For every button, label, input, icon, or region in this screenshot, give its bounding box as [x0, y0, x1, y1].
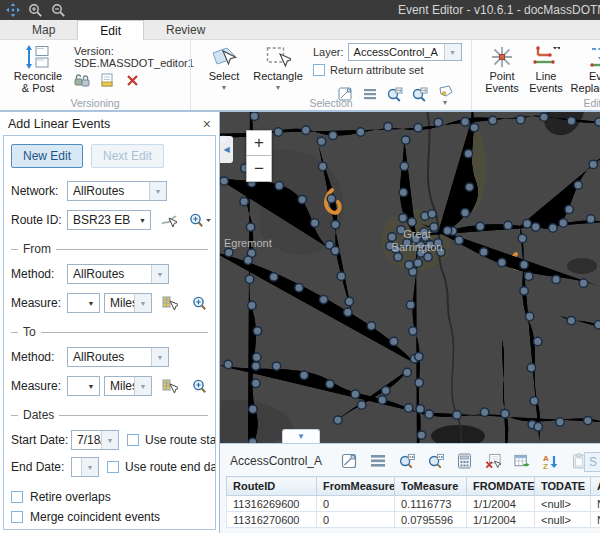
route-event-marker[interactable] — [567, 316, 575, 324]
route-event-marker[interactable] — [248, 301, 256, 309]
route-event-marker[interactable] — [245, 275, 253, 283]
route-event-marker[interactable] — [549, 224, 557, 232]
route-event-marker[interactable] — [382, 386, 390, 394]
sort-icon[interactable]: AZ — [543, 453, 559, 469]
table-cell[interactable]: 1/1/2004 — [467, 512, 535, 528]
return-attribute-set-checkbox[interactable] — [313, 64, 325, 76]
use-route-start-date-checkbox[interactable] — [127, 434, 139, 446]
line-events-button[interactable]: Line Events — [524, 43, 568, 96]
route-event-marker[interactable] — [516, 116, 524, 124]
zoom-out-icon[interactable] — [51, 3, 66, 18]
route-event-marker[interactable] — [534, 337, 542, 345]
start-date-combobox[interactable]: 7/18/ ▼ — [71, 430, 119, 450]
route-event-marker[interactable] — [384, 123, 392, 131]
route-event-marker[interactable] — [532, 223, 540, 231]
route-event-marker[interactable] — [425, 410, 433, 418]
table-row[interactable]: 1131627060000.07955961/1/2004<null>N — [227, 512, 600, 528]
route-event-marker[interactable] — [390, 337, 398, 345]
rectangle-tool-button[interactable]: Rectangle ▼ — [249, 43, 307, 92]
zoom-to-feature-icon[interactable] — [428, 453, 444, 469]
route-event-marker[interactable] — [298, 195, 306, 203]
route-event-marker[interactable] — [559, 219, 567, 227]
panel-close-icon[interactable]: × — [203, 117, 211, 131]
route-event-marker[interactable] — [253, 353, 261, 361]
column-header-AC[interactable]: AC — [591, 477, 600, 496]
route-event-marker[interactable] — [526, 312, 534, 320]
route-event-marker[interactable] — [404, 404, 412, 412]
table-cell[interactable]: 0 — [317, 496, 395, 512]
route-event-marker[interactable] — [489, 116, 497, 124]
to-units-combobox[interactable]: Miles ▼ — [104, 376, 152, 396]
table-cell[interactable]: <null> — [535, 496, 591, 512]
route-event-marker[interactable] — [319, 295, 327, 303]
route-event-marker[interactable] — [405, 261, 413, 269]
table-cell[interactable]: <null> — [535, 512, 591, 528]
route-event-marker[interactable] — [470, 123, 478, 131]
to-zoom-icon[interactable] — [192, 378, 208, 394]
table-cell[interactable]: 11316270600 — [227, 512, 317, 528]
route-event-marker[interactable] — [587, 215, 595, 223]
use-route-end-date-checkbox[interactable] — [107, 461, 119, 473]
clear-selection-icon[interactable] — [485, 453, 501, 469]
route-event-marker[interactable] — [414, 124, 422, 132]
route-event-marker[interactable] — [556, 418, 564, 426]
route-event-marker[interactable] — [399, 214, 407, 222]
route-event-marker[interactable] — [461, 118, 469, 126]
route-event-marker[interactable] — [403, 368, 411, 376]
rectangle-dropdown-caret[interactable]: ▼ — [275, 84, 282, 91]
route-event-marker[interactable] — [337, 272, 345, 280]
route-event-marker[interactable] — [464, 150, 472, 158]
to-measure-pick-icon[interactable] — [162, 378, 178, 394]
route-event-marker[interactable] — [567, 117, 575, 125]
route-event-marker[interactable] — [552, 275, 560, 283]
route-event-marker[interactable] — [253, 327, 261, 335]
route-event-marker[interactable] — [246, 223, 254, 231]
tab-map[interactable]: Map — [10, 20, 77, 39]
route-event-marker[interactable] — [327, 195, 335, 203]
new-edit-button[interactable]: New Edit — [11, 144, 83, 168]
route-event-marker[interactable] — [417, 431, 425, 439]
route-id-combobox[interactable]: BSR23 EB ▼ — [67, 210, 151, 230]
route-event-marker[interactable] — [595, 118, 600, 126]
route-event-marker[interactable] — [480, 408, 488, 416]
lock-icon[interactable] — [74, 72, 90, 88]
select-route-on-map-icon[interactable] — [161, 212, 177, 228]
route-event-marker[interactable] — [416, 405, 424, 413]
route-event-marker[interactable] — [584, 416, 592, 424]
route-event-marker[interactable] — [424, 253, 432, 261]
route-event-marker[interactable] — [401, 136, 409, 144]
table-cell[interactable]: 0.1116773 — [395, 496, 467, 512]
table-cell[interactable]: 1/1/2004 — [467, 496, 535, 512]
merge-coincident-events-checkbox[interactable] — [11, 511, 23, 523]
route-event-marker[interactable] — [453, 411, 461, 419]
from-zoom-icon[interactable] — [192, 295, 208, 311]
from-method-combobox[interactable]: AllRoutes ▼ — [67, 264, 169, 284]
map-zoom-in-button[interactable]: + — [246, 130, 272, 156]
route-event-marker[interactable] — [443, 227, 451, 235]
route-event-marker[interactable] — [344, 308, 352, 316]
route-event-marker[interactable] — [534, 423, 542, 431]
new-version-icon[interactable] — [99, 72, 115, 88]
route-event-marker[interactable] — [518, 234, 526, 242]
route-event-marker[interactable] — [302, 126, 310, 134]
route-event-marker[interactable] — [249, 405, 257, 413]
route-event-marker[interactable] — [428, 210, 436, 218]
panel-collapse-arrow[interactable]: ◀ — [220, 136, 233, 163]
route-event-marker[interactable] — [367, 322, 375, 330]
route-event-marker[interactable] — [272, 362, 280, 370]
route-event-marker[interactable] — [465, 183, 473, 191]
route-event-marker[interactable] — [574, 181, 582, 189]
route-event-marker[interactable] — [331, 247, 339, 255]
end-date-combobox[interactable]: ▼ — [71, 457, 99, 477]
route-event-marker[interactable] — [525, 272, 533, 280]
column-header-ToMeasure[interactable]: ToMeasure — [395, 477, 467, 496]
event-replacement-button[interactable]: Event Replacement — [568, 43, 600, 96]
route-event-marker[interactable] — [300, 371, 308, 379]
column-header-TODATE[interactable]: TODATE — [535, 477, 591, 496]
route-event-marker[interactable] — [594, 321, 600, 329]
route-event-marker[interactable] — [430, 223, 438, 231]
table-cell[interactable]: 0.0795596 — [395, 512, 467, 528]
route-event-marker[interactable] — [579, 279, 587, 287]
route-event-marker[interactable] — [252, 362, 260, 370]
column-header-FROMDATE[interactable]: FROMDATE — [467, 477, 535, 496]
